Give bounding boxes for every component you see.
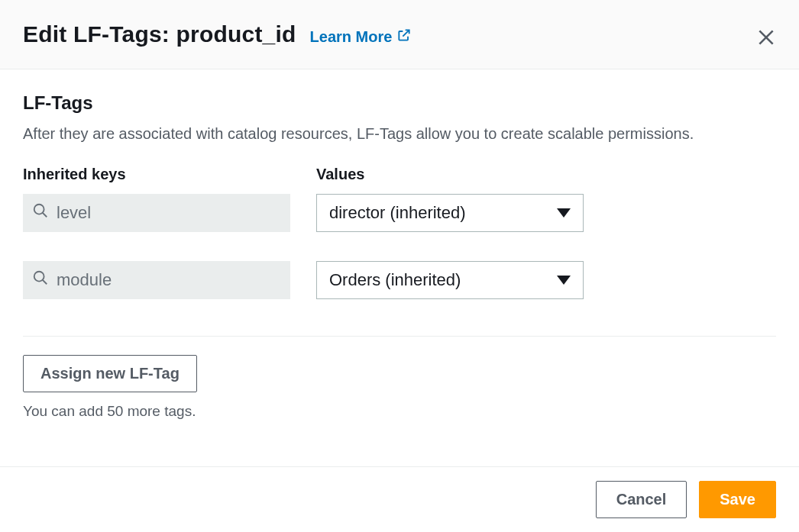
close-icon — [756, 38, 776, 50]
svg-point-4 — [34, 272, 44, 282]
chevron-down-icon — [557, 276, 571, 285]
chevron-down-icon — [557, 208, 571, 218]
external-link-icon — [396, 27, 412, 47]
value-select[interactable]: Orders (inherited) — [316, 261, 584, 299]
values-header: Values — [316, 166, 584, 183]
tag-columns: Inherited keys level module Values direc… — [23, 166, 776, 328]
learn-more-label: Learn More — [310, 28, 393, 46]
inherited-key-value: module — [57, 270, 112, 290]
dialog-title: Edit LF-Tags: product_id — [23, 21, 296, 47]
values-column: Values director (inherited) Orders (inhe… — [316, 166, 584, 328]
save-button[interactable]: Save — [699, 481, 776, 518]
learn-more-link[interactable]: Learn More — [310, 27, 412, 47]
dialog-footer: Cancel Save — [0, 466, 799, 532]
divider — [23, 336, 776, 337]
search-icon — [32, 269, 57, 291]
section-title: LF-Tags — [23, 92, 776, 114]
inherited-keys-column: Inherited keys level module — [23, 166, 290, 328]
value-select-label: Orders (inherited) — [329, 270, 461, 290]
dialog-body: LF-Tags After they are associated with c… — [0, 69, 799, 420]
search-icon — [32, 202, 57, 224]
value-select-label: director (inherited) — [329, 203, 466, 223]
inherited-key-field[interactable]: module — [23, 261, 290, 299]
svg-point-2 — [34, 205, 44, 214]
svg-line-3 — [43, 213, 47, 218]
inherited-keys-header: Inherited keys — [23, 166, 290, 183]
tag-limit-hint: You can add 50 more tags. — [23, 403, 776, 420]
cancel-button[interactable]: Cancel — [596, 481, 687, 518]
inherited-key-field[interactable]: level — [23, 194, 290, 232]
dialog-header: Edit LF-Tags: product_id Learn More — [0, 0, 799, 69]
svg-line-5 — [43, 280, 47, 285]
section-description: After they are associated with catalog r… — [23, 123, 776, 144]
value-select[interactable]: director (inherited) — [316, 194, 584, 232]
inherited-key-value: level — [57, 203, 91, 223]
assign-new-lf-tag-button[interactable]: Assign new LF-Tag — [23, 355, 197, 392]
close-button[interactable] — [753, 24, 779, 53]
